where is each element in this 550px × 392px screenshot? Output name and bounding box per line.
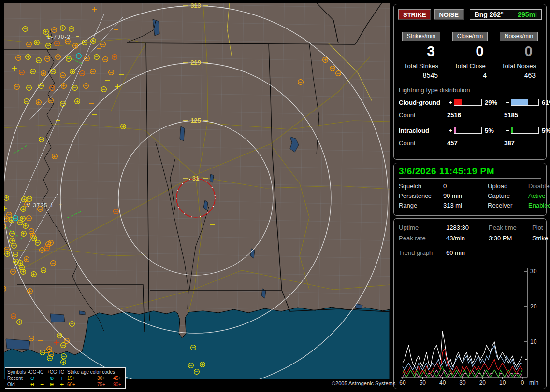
plot-label: Plot: [532, 223, 548, 233]
strikes-per-min-chip[interactable]: Strikes/min: [402, 32, 440, 41]
total-noises-label: Total Noises: [494, 62, 543, 70]
old-cg-neg-icon: ⊖: [28, 381, 37, 388]
close-per-min-column: Close/min 0 Total Close 4: [446, 32, 494, 79]
noises-per-min-column: Noises/min 0 Total Noises 463: [494, 32, 543, 79]
uptime-label: Uptime: [399, 223, 446, 233]
legend-col-cgneg: -CG: [28, 369, 37, 375]
noises-per-min-value: 0: [494, 43, 543, 61]
legend-recent-label: Recent: [7, 375, 28, 381]
svg-text:L-790-2: L-790-2: [47, 34, 71, 40]
status-panel: 3/6/2026 11:45:19 PM Squelch 0 Upload Di…: [393, 163, 547, 216]
strike-map[interactable]: 31125219313 L-790-2−V-3725-1−: [4, 3, 390, 379]
legend-col-icneg: -IC: [37, 369, 47, 375]
legend-age-title: Strike age color codes: [67, 369, 129, 375]
squelch-label: Squelch: [399, 182, 443, 191]
capture-label: Capture: [488, 191, 528, 201]
age-60: 60+: [67, 381, 97, 388]
svg-text:50: 50: [420, 379, 426, 386]
capture-status: Active: [528, 191, 550, 201]
strike-stats-panel: STRIKE NOISE Bng 262° 295mi Strikes/min …: [393, 4, 547, 160]
trend-graph-label: Trend graph: [399, 248, 446, 258]
svg-text:20: 20: [479, 379, 486, 386]
legend-old-label: Old: [7, 381, 28, 388]
persistence-label: Persistence: [399, 191, 443, 201]
intracloud-count-row: Count 457 387: [399, 138, 541, 148]
recent-cg-neg-icon: ⊖: [28, 375, 37, 381]
total-close-label: Total Close: [446, 62, 494, 70]
cg-minus-pct: 61%: [540, 99, 550, 106]
svg-text:0: 0: [521, 379, 524, 386]
ic-plus-pct: 5%: [483, 127, 504, 134]
total-strikes-label: Total Strikes: [397, 62, 446, 70]
close-per-min-value: 0: [446, 43, 494, 61]
svg-text:125: 125: [190, 117, 201, 124]
svg-text:min: min: [529, 379, 538, 386]
legend-col-icpos: +IC: [57, 369, 67, 375]
noises-per-min-chip[interactable]: Noises/min: [500, 32, 538, 41]
peak-time-value: 3:30 PM: [489, 233, 532, 244]
peak-rate-label: Peak rate: [399, 233, 446, 244]
upload-label: Upload: [488, 182, 528, 191]
plus-sign: +: [447, 99, 454, 106]
recent-ic-pos-icon: +: [57, 375, 67, 381]
intracloud-label: Intracloud: [399, 127, 447, 134]
total-noises-value: 463: [494, 71, 543, 79]
noise-mode-button[interactable]: NOISE: [434, 9, 464, 20]
svg-text:10: 10: [530, 338, 537, 345]
cg-minus-count: 5185: [504, 112, 550, 119]
svg-text:40: 40: [439, 379, 446, 386]
cg-plus-pct: 29%: [483, 99, 504, 106]
old-cg-pos-icon: ⊕: [47, 381, 57, 388]
symbols-legend: Symbols -CG -IC +CG +IC Strike age color…: [5, 367, 126, 389]
bearing-range-readout: Bng 262° 295mi: [470, 9, 542, 20]
total-close-value: 4: [446, 71, 494, 79]
svg-text:31: 31: [192, 175, 199, 182]
minus-sign: −: [504, 99, 511, 106]
cloud-ground-row: Cloud-ground + 29% − 61%: [399, 97, 541, 108]
age-30: 30+: [97, 375, 113, 381]
plus-sign: +: [447, 127, 454, 134]
trend-chart: 1020306050403020100min: [397, 265, 543, 387]
strikes-per-min-column: Strikes/min 3 Total Strikes 8545: [397, 32, 446, 79]
ic-minus-pct: 5%: [540, 127, 550, 134]
age-15: 15+: [67, 375, 97, 381]
ic-minus-bar: [511, 127, 539, 134]
recent-cg-pos-icon: ⊕: [47, 375, 57, 381]
cg-minus-bar: [511, 99, 539, 106]
strike-mode-button[interactable]: STRIKE: [398, 9, 431, 20]
age-90: 90+: [113, 381, 129, 388]
svg-text:60: 60: [399, 379, 406, 386]
svg-text:219: 219: [190, 59, 201, 66]
cg-plus-bar: [454, 99, 482, 106]
ic-minus-count: 387: [504, 140, 550, 147]
lightning-detector-app: 31125219313 L-790-2−V-3725-1− Symbols -C…: [0, 0, 550, 392]
recent-ic-neg-icon: −: [37, 375, 47, 381]
svg-text:−: −: [76, 33, 79, 39]
peak-time-label: Peak time: [489, 223, 532, 233]
range-value: 313 mi: [443, 201, 488, 210]
uptime-value: 1283:30: [446, 223, 489, 233]
count-label: Count: [399, 140, 447, 147]
svg-text:10: 10: [499, 379, 506, 386]
svg-text:313: 313: [190, 3, 201, 9]
svg-text:−: −: [59, 202, 62, 208]
intracloud-row: Intracloud + 5% − 5%: [399, 125, 541, 136]
count-label: Count: [399, 112, 447, 119]
bearing-label: Bng 262°: [475, 11, 504, 18]
legend-symbols-header: Symbols: [7, 369, 28, 375]
old-ic-neg-icon: −: [37, 381, 47, 388]
legend-col-cgpos: +CG: [47, 369, 57, 375]
minus-sign: −: [504, 127, 511, 134]
svg-text:30: 30: [459, 379, 466, 386]
svg-text:V-3725-1: V-3725-1: [27, 202, 54, 208]
peak-rate-value: 43/min: [446, 233, 489, 244]
receiver-status: Enabled: [528, 201, 550, 210]
range-value: 295mi: [518, 11, 537, 18]
persistence-value: 90 min: [443, 191, 488, 201]
close-per-min-chip[interactable]: Close/min: [452, 32, 488, 41]
ic-plus-count: 457: [447, 140, 504, 147]
upload-status: Disabled: [528, 182, 550, 191]
ic-plus-bar: [454, 127, 482, 134]
trend-panel: Uptime 1283:30 Peak time Plot Peak rate …: [393, 218, 547, 389]
svg-text:30: 30: [530, 268, 537, 275]
